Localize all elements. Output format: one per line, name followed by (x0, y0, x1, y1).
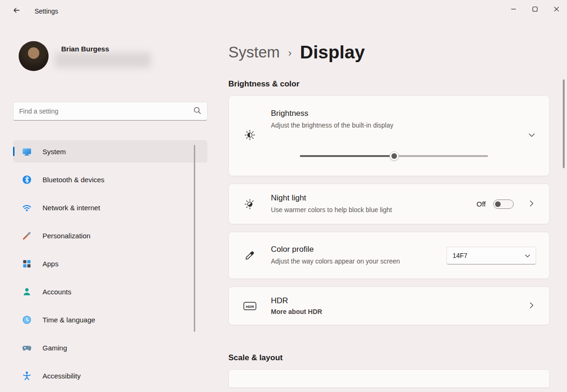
night-light-open-button[interactable] (514, 200, 549, 208)
night-light-toggle[interactable] (493, 200, 514, 209)
minimize-icon (511, 5, 516, 14)
sidebar-item-label: Personalization (43, 232, 91, 240)
sidebar-item-label: Accounts (43, 288, 71, 296)
accessibility-icon (21, 371, 33, 381)
chevron-down-icon (525, 252, 530, 259)
night-light-card[interactable]: Night light Use warmer colors to help bl… (228, 184, 550, 224)
page-title: Display (300, 42, 365, 63)
sidebar-item-accessibility[interactable]: Accessibility (13, 364, 207, 387)
color-profile-card: Color profile Adjust the way colors appe… (228, 232, 550, 279)
close-button[interactable] (546, 0, 567, 19)
sidebar-item-bluetooth-devices[interactable]: Bluetooth & devices (13, 168, 207, 191)
sidebar-item-label: Time & language (43, 316, 95, 324)
search-input[interactable] (19, 107, 193, 115)
brightness-description: Adjust the brightness of the built-in di… (271, 121, 514, 130)
sidebar-scrollbar[interactable] (194, 145, 195, 332)
color-profile-dropdown[interactable]: 14F7 (447, 247, 536, 264)
profile-text: Brian Burgess (61, 45, 151, 68)
app-title: Settings (35, 7, 58, 15)
chevron-right-icon (530, 302, 534, 310)
avatar (19, 41, 49, 71)
main-content: System › Display Brightness & color Brig… (228, 22, 550, 388)
slider-fill (300, 155, 394, 157)
sidebar-item-accounts[interactable]: Accounts (13, 280, 207, 303)
brightness-slider[interactable] (300, 151, 488, 161)
night-light-description: Use warmer colors to help block blue lig… (271, 205, 411, 214)
sidebar-item-label: Network & internet (43, 204, 100, 212)
back-button[interactable] (8, 4, 24, 18)
sidebar-item-label: Accessibility (43, 372, 81, 380)
system-icon (21, 147, 33, 157)
gamepad-icon (21, 343, 33, 353)
section-brightness-color: Brightness & color (228, 79, 550, 89)
svg-text:HDR: HDR (246, 304, 254, 308)
profile-name: Brian Burgess (61, 45, 151, 53)
section-scale-layout: Scale & layout (228, 353, 550, 363)
person-icon (21, 287, 33, 297)
chevron-right-icon (530, 200, 534, 208)
sidebar-item-apps[interactable]: Apps (13, 252, 207, 275)
sidebar-item-system[interactable]: System (13, 140, 207, 163)
color-profile-title: Color profile (271, 245, 447, 254)
maximize-icon (532, 5, 538, 14)
minimize-button[interactable] (503, 0, 524, 19)
brightness-icon (229, 129, 271, 141)
hdr-open-button[interactable] (514, 302, 549, 310)
sidebar: Brian Burgess System Bluetooth & devices (0, 22, 215, 392)
sidebar-item-gaming[interactable]: Gaming (13, 336, 207, 359)
sidebar-item-label: Apps (43, 260, 58, 268)
night-light-icon (229, 198, 271, 210)
hdr-title: HDR (271, 296, 514, 306)
search-box (13, 102, 207, 121)
sidebar-nav: System Bluetooth & devices Network & int… (13, 140, 207, 392)
sidebar-item-label: Gaming (43, 344, 67, 352)
sidebar-item-label: System (43, 148, 66, 156)
sidebar-item-label: Bluetooth & devices (43, 176, 105, 184)
search-icon[interactable] (193, 107, 201, 116)
toggle-knob (495, 201, 501, 207)
night-light-state: Off (476, 200, 486, 208)
bluetooth-icon (21, 175, 33, 185)
brightness-card: Brightness Adjust the brightness of the … (228, 95, 550, 176)
sidebar-item-personalization[interactable]: Personalization (13, 224, 207, 247)
apps-icon (21, 259, 33, 269)
chevron-down-icon (529, 131, 535, 139)
breadcrumb: System › Display (228, 42, 550, 63)
titlebar: Settings (0, 0, 567, 22)
main-scrollbar[interactable] (563, 79, 565, 168)
brightness-title: Brightness (271, 109, 514, 118)
maximize-button[interactable] (524, 0, 546, 19)
sidebar-item-network-internet[interactable]: Network & internet (13, 196, 207, 219)
sidebar-item-time-language[interactable]: Time & language (13, 308, 207, 331)
night-light-title: Night light (271, 193, 476, 203)
color-profile-icon (229, 249, 271, 262)
color-profile-description: Adjust the way colors appear on your scr… (271, 257, 411, 266)
slider-thumb[interactable] (390, 151, 399, 161)
close-icon (554, 5, 559, 14)
profile-email-redacted (55, 52, 151, 68)
clock-icon (21, 315, 33, 325)
hdr-icon: HDR (229, 301, 271, 311)
hdr-more-link[interactable]: More about HDR (271, 308, 514, 315)
hdr-card[interactable]: HDR HDR More about HDR (228, 286, 550, 325)
paintbrush-icon (21, 231, 33, 241)
scale-card-partial (228, 369, 550, 388)
color-profile-selected: 14F7 (453, 252, 525, 259)
arrow-left-icon (13, 7, 20, 16)
chevron-right-icon: › (288, 47, 291, 59)
brightness-expand-button[interactable] (514, 131, 549, 139)
wifi-icon (21, 203, 33, 213)
profile-header[interactable]: Brian Burgess (19, 41, 215, 71)
window-controls (503, 0, 567, 19)
breadcrumb-system[interactable]: System (228, 43, 280, 61)
